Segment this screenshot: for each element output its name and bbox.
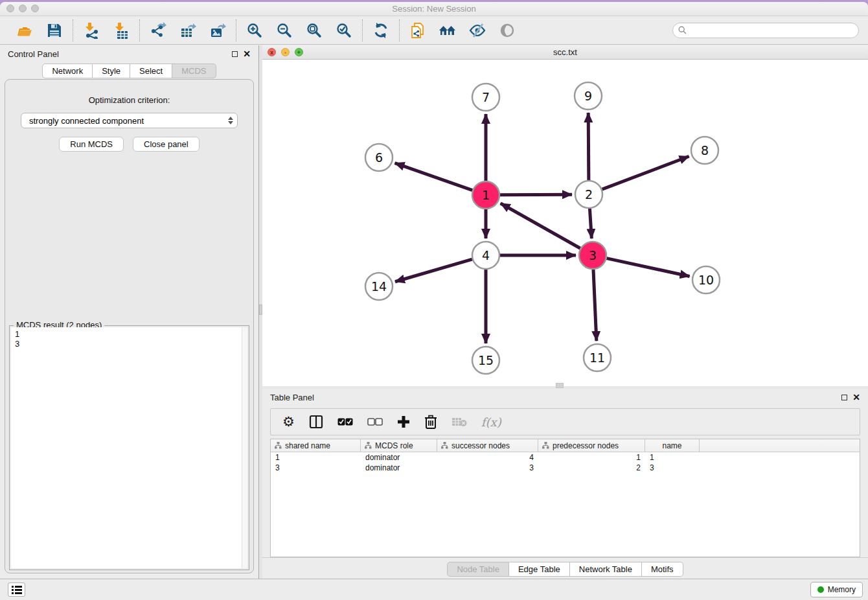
tab-style[interactable]: Style xyxy=(93,63,130,78)
edge-1-6[interactable] xyxy=(395,163,473,190)
import-network-icon[interactable] xyxy=(82,21,100,40)
splitter-handle[interactable] xyxy=(556,383,564,388)
table-row[interactable]: 3dominator323 xyxy=(271,463,860,473)
cell[interactable]: dominator xyxy=(361,452,437,463)
cell[interactable]: 1 xyxy=(538,452,645,463)
edge-2-3[interactable] xyxy=(589,209,591,238)
tab-edge-table[interactable]: Edge Table xyxy=(509,562,570,577)
first-neighbors-icon[interactable] xyxy=(439,21,457,40)
duplicate-network-icon[interactable] xyxy=(409,21,427,40)
export-image-icon[interactable] xyxy=(209,21,227,40)
cell[interactable]: 3 xyxy=(271,463,361,473)
close-panel-button[interactable]: Close panel xyxy=(133,137,200,152)
criterion-value: strongly connected component xyxy=(29,116,144,126)
delete-table-icon xyxy=(451,413,467,430)
node-table[interactable]: shared nameMCDS rolesuccessor nodesprede… xyxy=(270,439,860,557)
main-toolbar xyxy=(0,16,868,45)
graph-svg: 1234678910111415 xyxy=(262,60,868,386)
node-label-2: 2 xyxy=(585,187,593,202)
tab-network[interactable]: Network xyxy=(42,63,93,78)
tab-node-table[interactable]: Node Table xyxy=(447,562,509,577)
unselect-all-columns-icon[interactable] xyxy=(367,413,383,430)
float-panel-icon[interactable] xyxy=(232,51,238,57)
network-canvas[interactable]: 1234678910111415 xyxy=(262,60,868,386)
control-panel-tabs: NetworkStyleSelectMCDS xyxy=(0,63,258,78)
column-panel-icon[interactable] xyxy=(309,413,323,430)
run-mcds-button[interactable]: Run MCDS xyxy=(59,137,124,152)
close-panel-icon[interactable]: ✕ xyxy=(852,395,860,400)
import-table-icon[interactable] xyxy=(112,21,130,40)
edge-2-9[interactable] xyxy=(588,113,589,180)
memory-label: Memory xyxy=(828,585,856,594)
cell[interactable]: dominator xyxy=(361,463,437,473)
column-header-predecessor-nodes[interactable]: predecessor nodes xyxy=(538,439,645,452)
mcds-panel: Optimization criterion: strongly connect… xyxy=(5,79,254,573)
select-all-columns-icon[interactable] xyxy=(337,413,353,430)
search-input[interactable] xyxy=(690,26,853,35)
save-session-icon[interactable] xyxy=(45,21,63,40)
edge-3-10[interactable] xyxy=(606,259,689,277)
cell[interactable]: 1 xyxy=(271,452,361,463)
settings-icon[interactable]: ⚙ xyxy=(282,413,295,430)
delete-columns-icon[interactable] xyxy=(424,413,437,430)
dropdown-stepper-icon xyxy=(228,117,233,124)
column-header-MCDS-role[interactable]: MCDS role xyxy=(361,439,437,452)
node-label-10: 10 xyxy=(698,273,714,287)
cell[interactable]: 3 xyxy=(645,463,700,473)
criterion-dropdown[interactable]: strongly connected component xyxy=(21,113,238,128)
zoom-selected-icon[interactable] xyxy=(335,21,353,40)
network-window: x - + scc.txt 1234678910111415 xyxy=(262,45,868,386)
task-history-button[interactable] xyxy=(8,583,25,597)
search-area xyxy=(672,23,859,38)
column-type-icon xyxy=(275,442,282,449)
result-scrollbar[interactable] xyxy=(242,327,247,568)
column-type-icon xyxy=(365,442,372,449)
optimization-criterion-label: Optimization criterion: xyxy=(13,95,246,105)
mcds-result-groupbox: MCDS result (2 nodes) 1 3 xyxy=(9,325,249,570)
table-row[interactable]: 1dominator411 xyxy=(271,452,860,463)
tab-network-table[interactable]: Network Table xyxy=(570,562,642,577)
cell[interactable]: 2 xyxy=(538,463,645,473)
edge-4-14[interactable] xyxy=(395,259,472,282)
table-tabs: Node TableEdge TableNetwork TableMotifs xyxy=(447,562,683,577)
control-panel: Control Panel ✕ NetworkStyleSelectMCDS O… xyxy=(0,45,259,579)
close-panel-icon[interactable]: ✕ xyxy=(243,51,251,57)
status-bar: Memory xyxy=(0,579,868,600)
zoom-fit-icon[interactable] xyxy=(305,21,323,40)
edge-3-1[interactable] xyxy=(501,203,580,248)
column-type-icon xyxy=(441,442,448,449)
cell[interactable]: 1 xyxy=(645,452,700,463)
add-column-icon[interactable] xyxy=(397,413,410,430)
show-hide-graphics-details-icon[interactable] xyxy=(468,21,486,40)
edge-1-2[interactable] xyxy=(500,194,572,195)
tab-mcds[interactable]: MCDS xyxy=(172,63,216,78)
edge-3-11[interactable] xyxy=(593,270,597,341)
birdseye-view-icon[interactable] xyxy=(498,21,516,40)
tab-motifs[interactable]: Motifs xyxy=(642,562,683,577)
network-window-titlebar[interactable]: x - + scc.txt xyxy=(262,45,868,60)
search-box[interactable] xyxy=(672,23,859,38)
node-label-6: 6 xyxy=(375,150,383,165)
export-table-icon[interactable] xyxy=(179,21,197,40)
cell[interactable]: 3 xyxy=(437,463,538,473)
column-header-successor-nodes[interactable]: successor nodes xyxy=(437,439,538,452)
zoom-in-icon[interactable] xyxy=(246,21,264,40)
table-panel-title: Table Panel xyxy=(270,393,314,402)
refresh-icon[interactable] xyxy=(372,21,390,40)
column-header-name[interactable]: name xyxy=(645,439,700,452)
open-file-icon[interactable] xyxy=(16,21,34,40)
export-network-icon[interactable] xyxy=(149,21,167,40)
float-panel-icon[interactable] xyxy=(841,395,847,400)
mcds-result-text[interactable]: 1 3 xyxy=(11,327,242,568)
table-body: 1dominator4113dominator323 xyxy=(271,452,860,473)
cell[interactable]: 4 xyxy=(437,452,538,463)
memory-button[interactable]: Memory xyxy=(810,582,863,597)
tab-select[interactable]: Select xyxy=(130,63,172,78)
node-label-7: 7 xyxy=(482,90,490,104)
network-window-title: scc.txt xyxy=(262,47,868,57)
edge-2-8[interactable] xyxy=(602,156,689,189)
column-header-shared-name[interactable]: shared name xyxy=(271,439,361,452)
zoom-out-icon[interactable] xyxy=(275,21,293,40)
table-toolbar: ⚙ xyxy=(270,408,860,435)
control-panel-title: Control Panel xyxy=(8,49,59,59)
